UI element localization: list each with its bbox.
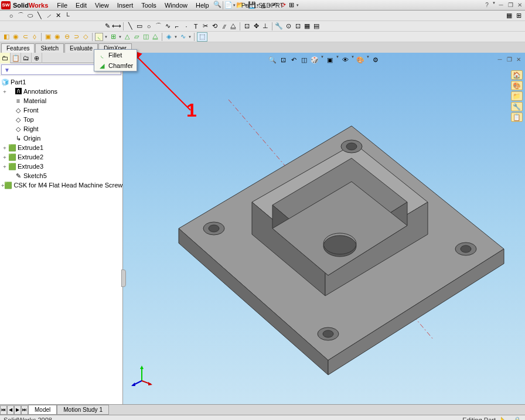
zoom-fit-icon[interactable]: 🔍 — [268, 55, 277, 64]
curves-icon[interactable]: ∿ — [179, 33, 187, 41]
trim-icon[interactable]: ✂ — [201, 22, 209, 30]
menu-window[interactable]: Window — [161, 1, 192, 10]
center-icon[interactable]: ✕ — [54, 12, 62, 20]
circle-icon[interactable]: ○ — [7, 12, 15, 20]
tree-item[interactable]: ↳Origin — [1, 134, 121, 143]
view-settings-icon[interactable]: ⚙ — [371, 55, 380, 64]
revolve-boss-icon[interactable]: ◉ — [12, 33, 20, 41]
new-doc-icon[interactable]: 📄 — [224, 1, 233, 9]
viewport[interactable]: 🔍 ⊡ ↶ ◫ 🎲▼ ▣▼ 👁▼ 🎨▼ ⚙ ─ ❐ ✕ 🏠 🎨 📁 🔧 📋 — [123, 53, 525, 404]
corner-icon[interactable]: └ — [63, 12, 71, 20]
sweep-cut-icon[interactable]: ⊃ — [72, 33, 80, 41]
menu-tools[interactable]: Tools — [137, 1, 161, 10]
tree-expand-icon[interactable]: + — [1, 88, 8, 94]
rib-icon[interactable]: △ — [123, 33, 131, 41]
hide-show-icon[interactable]: 👁 — [340, 55, 350, 64]
section-icon[interactable]: ◫ — [299, 55, 309, 64]
menu-file[interactable]: File — [53, 1, 71, 10]
tree-item[interactable]: +🅰Annotations — [1, 87, 121, 96]
offset-icon[interactable]: ⫽ — [220, 22, 228, 30]
point-tool-icon[interactable]: · — [182, 22, 190, 30]
side-btn-3[interactable]: 📁 — [511, 91, 523, 101]
fillet-tool-icon[interactable]: ⌐ — [173, 22, 181, 30]
close-icon[interactable]: ✕ — [516, 1, 524, 9]
move-icon[interactable]: ✥ — [252, 22, 260, 30]
tree-expand-icon[interactable] — [1, 173, 8, 179]
relations-icon[interactable]: ⊥ — [261, 22, 270, 30]
pattern-icon[interactable]: ⊡ — [243, 22, 251, 30]
tree-expand-icon[interactable] — [1, 135, 8, 141]
side-btn-2[interactable]: 🎨 — [511, 81, 523, 90]
display-style-icon[interactable]: ▣ — [325, 55, 335, 64]
shell-icon[interactable]: ◫ — [142, 33, 150, 41]
status-unit-icon[interactable]: 📐 — [500, 416, 509, 421]
mirror2-icon[interactable]: ▦ — [303, 22, 311, 30]
view-orient-icon[interactable]: 🎲 — [310, 55, 319, 64]
status-lock-icon[interactable]: 🔒 — [513, 416, 521, 421]
help-icon[interactable]: ? — [483, 1, 491, 9]
construction-icon[interactable]: ⊡ — [294, 22, 302, 30]
orientation-triad[interactable] — [130, 363, 154, 387]
side-btn-1[interactable]: 🏠 — [511, 70, 523, 80]
tree-expand-icon[interactable] — [1, 98, 8, 104]
menu-edit[interactable]: Edit — [71, 1, 91, 10]
revolve-cut-icon[interactable]: ⊖ — [63, 33, 71, 41]
tree-expand-icon[interactable]: + — [1, 154, 8, 160]
bottom-tab-model[interactable]: Model — [28, 405, 57, 415]
grid-icon[interactable]: ⊞ — [514, 12, 523, 20]
viewport-minimize-icon[interactable]: ─ — [496, 55, 504, 63]
dropdown-chamfer[interactable]: ◢ Chamfer — [94, 60, 137, 71]
dropdown-fillet[interactable]: ◟ Fillet — [94, 50, 137, 60]
line-icon[interactable]: ╲ — [35, 12, 43, 20]
extrude-cut-icon[interactable]: ▣ — [44, 33, 52, 41]
tab-features[interactable]: Features — [1, 43, 35, 53]
arc-tool-icon[interactable]: ⌒ — [154, 22, 162, 30]
quick-snap-icon[interactable]: ⊙ — [284, 22, 292, 30]
tree-item[interactable]: ◇Right — [1, 124, 121, 134]
maximize-icon[interactable]: ❐ — [506, 1, 514, 9]
hole-icon[interactable]: ◉ — [53, 33, 62, 41]
options-icon[interactable]: ⊞ — [288, 1, 296, 9]
tree-item[interactable]: ✎Sketch5 — [1, 171, 121, 180]
tree-root[interactable]: 🧊 Part1 — [1, 77, 121, 87]
convert-icon[interactable]: ⟲ — [210, 22, 219, 30]
ellipse-icon[interactable]: ⬭ — [26, 12, 34, 20]
tree-expand-icon[interactable]: + — [1, 163, 8, 169]
tab-scroll-next-icon[interactable]: ▶ — [14, 405, 21, 415]
tab-scroll-last-icon[interactable]: ⏭ — [21, 405, 28, 415]
loft-cut-icon[interactable]: ◇ — [81, 33, 90, 41]
ref-geom-icon[interactable]: ◈ — [165, 33, 173, 41]
minimize-icon[interactable]: ─ — [497, 1, 505, 9]
splitter-handle[interactable] — [121, 269, 126, 287]
viewport-close-icon[interactable]: ✕ — [514, 55, 523, 63]
mirror-icon[interactable]: ⧋ — [229, 22, 237, 30]
sketch-icon[interactable]: ✎ — [103, 22, 111, 30]
tree-item[interactable]: ◇Top — [1, 115, 121, 124]
tree-item[interactable]: +🟩CSK for M4 Flat Head Machine Screw1 — [1, 180, 121, 190]
prev-view-icon[interactable]: ↶ — [289, 55, 298, 64]
linear-icon[interactable]: ▤ — [312, 22, 321, 30]
dim-icon[interactable]: ⟷ — [112, 22, 121, 30]
tree-item[interactable]: +🟩Extrude1 — [1, 143, 121, 152]
tab-sketch[interactable]: Sketch — [35, 43, 64, 53]
pattern-feat-icon[interactable]: ⊞ — [109, 33, 117, 41]
fillet-feat-icon[interactable]: ◟ — [95, 33, 103, 41]
display-icon[interactable]: ▦ — [505, 12, 513, 20]
circle-tool-icon[interactable]: ○ — [145, 22, 153, 30]
viewport-maximize-icon[interactable]: ❐ — [505, 55, 513, 63]
tree-expand-icon[interactable] — [1, 107, 8, 113]
panel-tab-feature-tree[interactable]: 🗀 — [0, 53, 11, 63]
tab-scroll-prev-icon[interactable]: ◀ — [7, 405, 14, 415]
tree-item[interactable]: ≡Material — [1, 96, 121, 105]
extrude-boss-icon[interactable]: ◧ — [2, 33, 11, 41]
rect-tool-icon[interactable]: ▭ — [135, 22, 144, 30]
tab-evaluate[interactable]: Evaluate — [64, 43, 98, 53]
sweep-icon[interactable]: ⊂ — [21, 33, 29, 41]
tree-item[interactable]: +🟩Extrude3 — [1, 162, 121, 171]
tree-item[interactable]: ◇Front — [1, 105, 121, 115]
loft-icon[interactable]: ◊ — [30, 33, 39, 41]
mirror-feat-icon[interactable]: ⧋ — [151, 33, 159, 41]
text-tool-icon[interactable]: T — [192, 22, 200, 30]
panel-tab-config[interactable]: 🗂 — [21, 53, 32, 63]
repair-icon[interactable]: 🔧 — [275, 22, 283, 30]
